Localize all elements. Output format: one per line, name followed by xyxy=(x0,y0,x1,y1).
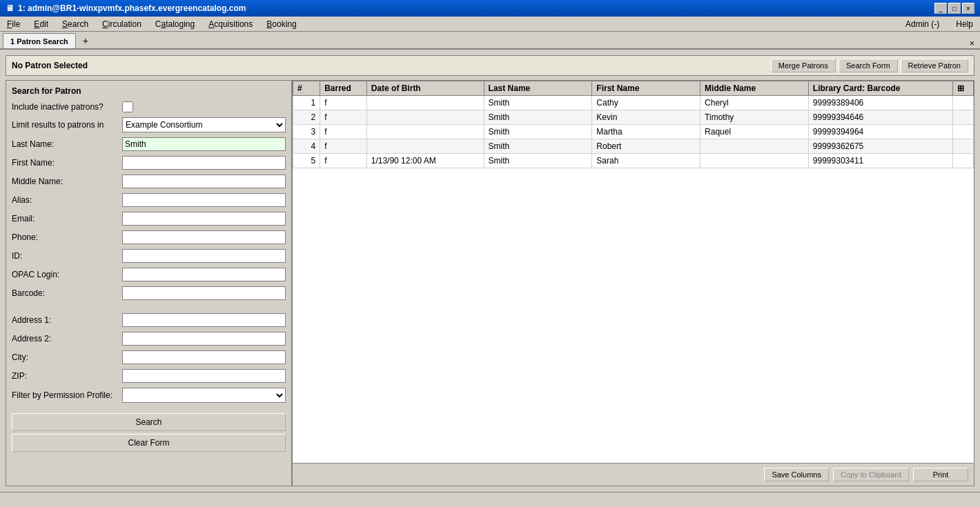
permission-profile-label: Filter by Permission Profile: xyxy=(12,390,122,400)
id-row: ID: xyxy=(12,249,286,263)
address2-input[interactable] xyxy=(122,332,286,346)
limit-results-row: Limit results to patrons in Example Cons… xyxy=(12,117,286,132)
limit-results-label: Limit results to patrons in xyxy=(12,120,122,130)
cell-middle xyxy=(700,154,809,168)
opac-login-label: OPAC Login: xyxy=(12,270,122,279)
table-row[interactable]: 1 f Smith Cathy Cheryl 99999389406 xyxy=(293,96,974,110)
search-form-button[interactable]: Search Form xyxy=(839,59,898,72)
cell-num: 3 xyxy=(293,125,320,139)
address1-input[interactable] xyxy=(122,313,286,327)
close-button[interactable]: × xyxy=(962,3,974,14)
clear-form-button[interactable]: Clear Form xyxy=(12,434,286,452)
col-middle-header: Middle Name xyxy=(700,81,809,96)
zip-input[interactable] xyxy=(122,369,286,383)
col-expand-header: ⊞ xyxy=(952,81,973,96)
menu-edit[interactable]: Edit xyxy=(30,18,52,30)
address2-row: Address 2: xyxy=(12,332,286,346)
retrieve-patron-button[interactable]: Retrieve Patron xyxy=(901,59,968,72)
barcode-label: Barcode: xyxy=(12,288,122,298)
email-input[interactable] xyxy=(122,212,286,226)
title-bar-controls[interactable]: _ □ × xyxy=(934,3,974,14)
menu-acquisitions[interactable]: Acquisitions xyxy=(204,18,257,30)
limit-results-select[interactable]: Example Consortium xyxy=(122,117,286,132)
cell-first: Cathy xyxy=(592,96,700,110)
cell-first: Martha xyxy=(592,125,700,139)
cell-barred: f xyxy=(320,125,367,139)
cell-first: Sarah xyxy=(592,154,700,168)
cell-first: Robert xyxy=(592,139,700,154)
opac-login-input[interactable] xyxy=(122,268,286,281)
menu-circulation[interactable]: Circulation xyxy=(98,18,146,30)
tab-patron-search[interactable]: 1 Patron Search xyxy=(3,33,76,48)
cell-middle: Cheryl xyxy=(700,96,809,110)
table-row[interactable]: 5 f 1/13/90 12:00 AM Smith Sarah 9999930… xyxy=(293,154,974,168)
cell-barcode: 99999362675 xyxy=(808,139,952,154)
results-header-row: # Barred Date of Birth Last Name First N… xyxy=(293,81,974,96)
cell-dob xyxy=(366,125,484,139)
cell-num: 4 xyxy=(293,139,320,154)
id-input[interactable] xyxy=(122,249,286,263)
email-label: Email: xyxy=(12,214,122,223)
copy-to-clipboard-button[interactable]: Copy to Clipboard xyxy=(833,468,909,481)
last-name-input[interactable] xyxy=(122,137,286,151)
cell-barred: f xyxy=(320,96,367,110)
search-button[interactable]: Search xyxy=(12,413,286,431)
permission-profile-select[interactable] xyxy=(122,388,286,403)
status-bar xyxy=(0,492,980,507)
table-row[interactable]: 2 f Smith Kevin Timothy 99999394646 xyxy=(293,110,974,125)
table-row[interactable]: 3 f Smith Martha Raquel 99999394964 xyxy=(293,125,974,139)
city-input[interactable] xyxy=(122,350,286,364)
menu-booking[interactable]: Booking xyxy=(262,18,300,30)
results-tbody: 1 f Smith Cathy Cheryl 99999389406 2 f S… xyxy=(293,96,974,168)
save-columns-button[interactable]: Save Columns xyxy=(764,468,829,481)
menu-help[interactable]: Help xyxy=(952,18,977,30)
menu-file[interactable]: File xyxy=(3,18,24,30)
cell-barcode: 99999303411 xyxy=(808,154,952,168)
print-button[interactable]: Print xyxy=(913,468,968,481)
cell-first: Kevin xyxy=(592,110,700,125)
phone-row: Phone: xyxy=(12,230,286,244)
phone-label: Phone: xyxy=(12,232,122,242)
cell-dob xyxy=(366,110,484,125)
alias-row: Alias: xyxy=(12,193,286,207)
search-results-area: Search for Patron Include inactive patro… xyxy=(6,80,974,486)
menu-admin[interactable]: Admin (-) xyxy=(901,18,943,30)
include-inactive-checkbox[interactable] xyxy=(122,101,133,112)
menu-cataloging[interactable]: Cataloging xyxy=(151,18,199,30)
first-name-input[interactable] xyxy=(122,156,286,170)
search-panel: Search for Patron Include inactive patro… xyxy=(6,81,293,486)
cell-last: Smith xyxy=(484,139,592,154)
tab-add-button[interactable]: + xyxy=(77,33,94,48)
cell-barred: f xyxy=(320,139,367,154)
address1-label: Address 1: xyxy=(12,315,122,325)
main-content: No Patron Selected Merge Patrons Search … xyxy=(0,50,980,492)
cell-middle: Timothy xyxy=(700,110,809,125)
menu-search[interactable]: Search xyxy=(58,18,92,30)
include-inactive-label: Include inactive patrons? xyxy=(12,102,122,112)
barcode-input[interactable] xyxy=(122,286,286,300)
barcode-row: Barcode: xyxy=(12,286,286,300)
table-row[interactable]: 4 f Smith Robert 99999362675 xyxy=(293,139,974,154)
middle-name-label: Middle Name: xyxy=(12,177,122,186)
cell-expand xyxy=(952,125,973,139)
middle-name-input[interactable] xyxy=(122,175,286,188)
cell-dob xyxy=(366,139,484,154)
title-bar: 🖥 1: admin@BR1-winxpvmfx.phasefx.evergre… xyxy=(0,0,980,17)
cell-expand xyxy=(952,139,973,154)
city-row: City: xyxy=(12,350,286,364)
minimize-button[interactable]: _ xyxy=(934,3,947,14)
merge-patrons-button[interactable]: Merge Patrons xyxy=(771,59,836,72)
middle-name-row: Middle Name: xyxy=(12,175,286,188)
phone-input[interactable] xyxy=(122,230,286,244)
results-panel: # Barred Date of Birth Last Name First N… xyxy=(293,81,974,486)
patron-bar: No Patron Selected Merge Patrons Search … xyxy=(6,55,974,76)
alias-input[interactable] xyxy=(122,193,286,207)
patron-buttons: Merge Patrons Search Form Retrieve Patro… xyxy=(771,59,968,72)
email-row: Email: xyxy=(12,212,286,226)
results-table: # Barred Date of Birth Last Name First N… xyxy=(293,81,974,168)
cell-barcode: 99999394964 xyxy=(808,125,952,139)
maximize-button[interactable]: □ xyxy=(948,3,961,14)
include-inactive-row: Include inactive patrons? xyxy=(12,101,286,112)
results-footer: Save Columns Copy to Clipboard Print xyxy=(293,463,974,486)
close-tab-button[interactable]: × xyxy=(970,39,977,48)
